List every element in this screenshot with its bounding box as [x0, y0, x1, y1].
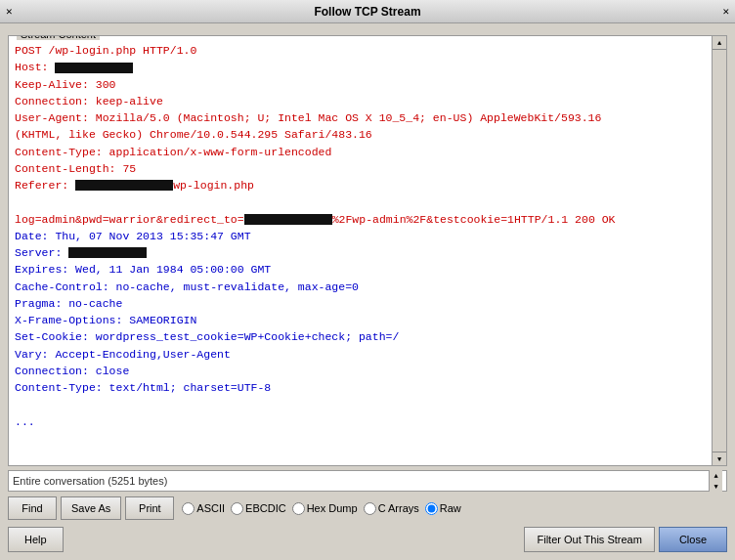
close-button[interactable]: Close — [659, 527, 727, 552]
window-title: Follow TCP Stream — [22, 5, 713, 19]
radio-carrays-label[interactable]: C Arrays — [364, 502, 419, 515]
scrollbar-up-btn[interactable]: ▲ — [713, 36, 726, 50]
content-line: Referer: wp-login.php — [15, 177, 709, 194]
stream-content-scroll[interactable]: POST /wp-login.php HTTP/1.0 Host: Keep-A… — [9, 36, 726, 465]
scrollbar-track[interactable] — [713, 50, 726, 452]
radio-raw-label[interactable]: Raw — [425, 502, 461, 515]
radio-raw-text: Raw — [440, 502, 461, 514]
conversation-label: Entire conversation (5251 bytes) — [13, 475, 709, 487]
print-button[interactable]: Print — [125, 496, 174, 520]
scrollbar[interactable]: ▲ ▼ — [712, 36, 726, 465]
conv-scroll-up[interactable]: ▲ — [710, 470, 722, 481]
stream-content-group: Stream Content POST /wp-login.php HTTP/1… — [8, 35, 727, 466]
content-line: Pragma: no-cache — [15, 295, 709, 312]
content-line: Expires: Wed, 11 Jan 1984 05:00:00 GMT — [15, 261, 709, 278]
save-as-button[interactable]: Save As — [61, 496, 121, 520]
content-line — [15, 194, 709, 210]
radio-ebcdic[interactable] — [231, 502, 243, 515]
toolbar: Find Save As Print ASCII EBCDIC Hex Dump… — [8, 496, 727, 520]
content-line: Set-Cookie: wordpress_test_cookie=WP+Coo… — [15, 328, 709, 345]
content-line: Connection: close — [15, 363, 709, 379]
main-container: Stream Content POST /wp-login.php HTTP/1… — [0, 23, 735, 560]
find-button[interactable]: Find — [8, 496, 57, 520]
content-line: Connection: keep-alive — [15, 93, 709, 109]
radio-ascii-label[interactable]: ASCII — [182, 502, 225, 515]
help-button[interactable]: Help — [8, 527, 64, 552]
content-line: Host: — [15, 59, 709, 75]
radio-ascii[interactable] — [182, 502, 195, 515]
content-line: Vary: Accept-Encoding,User-Agent — [15, 346, 709, 363]
content-line: Content-Length: 75 — [15, 160, 709, 177]
radio-hexdump[interactable] — [292, 502, 305, 515]
content-line: Content-Type: text/html; charset=UTF-8 — [15, 379, 709, 396]
radio-raw[interactable] — [425, 502, 438, 515]
conv-scroll-down[interactable]: ▼ — [710, 481, 722, 492]
radio-hexdump-text: Hex Dump — [307, 502, 358, 514]
scrollbar-down-btn[interactable]: ▼ — [713, 452, 726, 465]
radio-carrays[interactable] — [364, 502, 376, 515]
content-line: ... — [15, 413, 709, 430]
content-line: Keep-Alive: 300 — [15, 76, 709, 93]
footer-right: Filter Out This Stream Close — [524, 527, 727, 552]
content-line: X-Frame-Options: SAMEORIGIN — [15, 312, 709, 328]
encoding-radio-group: ASCII EBCDIC Hex Dump C Arrays Raw — [182, 502, 460, 515]
content-line: log=admin&pwd=warrior&redirect_to=%2Fwp-… — [15, 211, 709, 228]
content-line — [15, 396, 709, 412]
content-line: Server: — [15, 244, 709, 261]
radio-carrays-text: C Arrays — [378, 502, 419, 514]
title-bar-spacer: ✕ — [6, 5, 22, 18]
footer-left: Help — [8, 527, 64, 552]
radio-hexdump-label[interactable]: Hex Dump — [292, 502, 358, 515]
content-line: Date: Thu, 07 Nov 2013 15:35:47 GMT — [15, 228, 709, 244]
title-bar: ✕ Follow TCP Stream ✕ — [0, 0, 735, 23]
conversation-scrollbar[interactable]: ▲ ▼ — [709, 470, 722, 492]
content-line: Content-Type: application/x-www-form-url… — [15, 144, 709, 160]
content-line: POST /wp-login.php HTTP/1.0 — [15, 42, 709, 59]
footer: Help Filter Out This Stream Close — [8, 525, 727, 554]
radio-ebcdic-text: EBCDIC — [245, 502, 286, 514]
title-bar-close[interactable]: ✕ — [713, 5, 729, 18]
radio-ebcdic-label[interactable]: EBCDIC — [231, 502, 286, 515]
content-line: Cache-Control: no-cache, must-revalidate… — [15, 279, 709, 295]
content-line: (KHTML, like Gecko) Chrome/10.0.544.295 … — [15, 126, 709, 143]
filter-out-stream-button[interactable]: Filter Out This Stream — [524, 527, 654, 552]
radio-ascii-text: ASCII — [196, 502, 225, 514]
content-line: User-Agent: Mozilla/5.0 (Macintosh; U; I… — [15, 109, 709, 126]
stream-group-label: Stream Content — [17, 35, 100, 40]
conversation-bar: Entire conversation (5251 bytes) ▲ ▼ — [8, 470, 727, 492]
